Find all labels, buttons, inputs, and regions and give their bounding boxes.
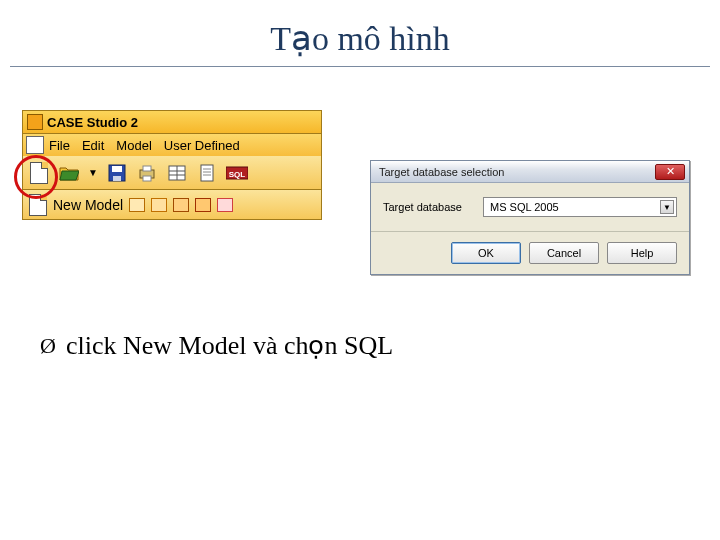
bullet-marker: Ø <box>40 333 56 359</box>
document-icon <box>26 136 44 154</box>
new-document-icon <box>30 162 48 184</box>
dialog-body: Target database MS SQL 2005 ▼ OK Cancel … <box>371 183 689 274</box>
cancel-button[interactable]: Cancel <box>529 242 599 264</box>
print-button[interactable] <box>135 161 159 185</box>
sql-button[interactable]: SQL <box>225 161 249 185</box>
close-button[interactable]: ✕ <box>655 164 685 180</box>
open-folder-icon <box>59 165 79 181</box>
mini-icon-2[interactable] <box>151 198 167 212</box>
close-icon: ✕ <box>666 166 675 177</box>
slide-title: Tạo mô hình <box>0 0 720 66</box>
report-button[interactable] <box>195 161 219 185</box>
new-button[interactable] <box>27 161 51 185</box>
sql-icon: SQL <box>226 165 248 181</box>
bullet-text: click New Model và chọn SQL <box>66 330 393 361</box>
menu-user-defined[interactable]: User Defined <box>164 138 240 153</box>
app-icon <box>27 114 43 130</box>
app-window: CASE Studio 2 File Edit Model User Defin… <box>22 110 322 220</box>
target-database-dialog: Target database selection ✕ Target datab… <box>370 160 690 275</box>
dialog-buttons: OK Cancel Help <box>383 242 677 264</box>
mini-icon-3[interactable] <box>173 198 189 212</box>
report-icon <box>198 164 216 182</box>
new-model-label[interactable]: New Model <box>53 197 123 213</box>
target-database-label: Target database <box>383 201 473 213</box>
ok-button[interactable]: OK <box>451 242 521 264</box>
save-button[interactable] <box>105 161 129 185</box>
target-database-row: Target database MS SQL 2005 ▼ <box>383 197 677 217</box>
menubar: File Edit Model User Defined <box>22 134 322 156</box>
svg-rect-2 <box>113 176 121 181</box>
app-title: CASE Studio 2 <box>47 115 138 130</box>
dialog-title-text: Target database selection <box>379 166 504 178</box>
save-icon <box>108 164 126 182</box>
instruction-bullet: Ø click New Model và chọn SQL <box>40 330 393 361</box>
title-separator <box>10 66 710 67</box>
mini-icon-1[interactable] <box>129 198 145 212</box>
svg-rect-5 <box>143 176 151 181</box>
svg-rect-1 <box>112 166 122 172</box>
menu-file[interactable]: File <box>49 138 70 153</box>
new-model-ribbon: New Model <box>22 190 322 220</box>
mini-icon-5[interactable] <box>217 198 233 212</box>
menu-edit[interactable]: Edit <box>82 138 104 153</box>
mini-icon-4[interactable] <box>195 198 211 212</box>
dropdown-arrow-icon[interactable]: ▼ <box>87 161 99 185</box>
target-database-value: MS SQL 2005 <box>490 201 559 213</box>
menu-model[interactable]: Model <box>116 138 151 153</box>
table-button[interactable] <box>165 161 189 185</box>
open-button[interactable] <box>57 161 81 185</box>
table-icon <box>168 164 186 182</box>
svg-rect-4 <box>143 166 151 171</box>
chevron-down-icon: ▼ <box>660 200 674 214</box>
help-button[interactable]: Help <box>607 242 677 264</box>
svg-text:SQL: SQL <box>229 170 246 179</box>
dialog-separator <box>371 231 689 232</box>
svg-rect-10 <box>201 165 213 181</box>
toolbar: ▼ SQL <box>22 156 322 190</box>
new-document-icon <box>29 194 47 216</box>
dialog-titlebar: Target database selection ✕ <box>371 161 689 183</box>
print-icon <box>138 164 156 182</box>
app-titlebar: CASE Studio 2 <box>22 110 322 134</box>
target-database-combo[interactable]: MS SQL 2005 ▼ <box>483 197 677 217</box>
